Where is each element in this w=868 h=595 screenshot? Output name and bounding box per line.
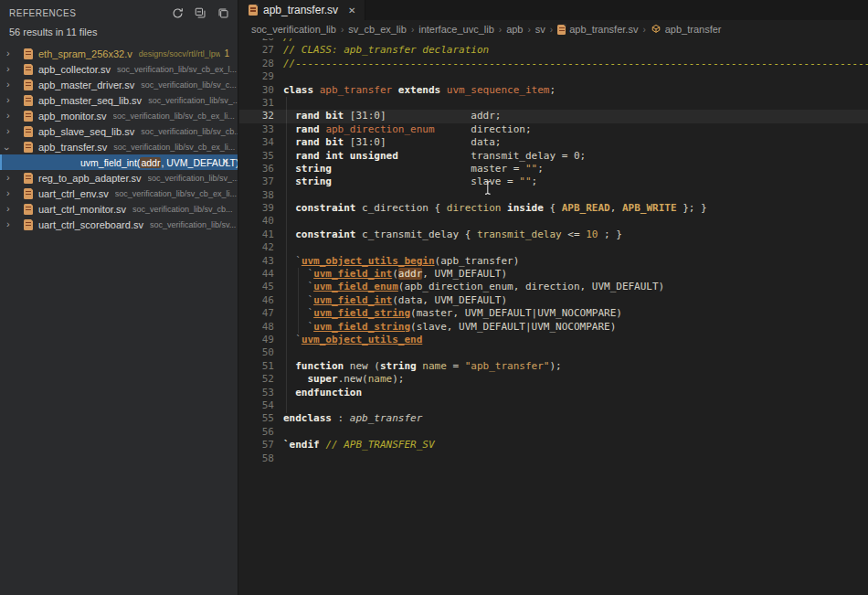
line-number[interactable]: 34	[239, 136, 283, 149]
code-text[interactable]: `uvm_object_utils_begin(apb_transfer)	[283, 255, 519, 268]
code-line[interactable]: 50	[239, 346, 868, 359]
line-number[interactable]: 44	[239, 268, 283, 281]
line-number[interactable]: 39	[239, 202, 283, 215]
code-text[interactable]: constraint c_transmit_delay { transmit_d…	[283, 228, 622, 241]
breadcrumb-item[interactable]: sv	[535, 24, 545, 35]
file-result-row[interactable]: ›apb_slave_seq_lib.svsoc_verification_li…	[0, 123, 238, 139]
line-number[interactable]: 30	[239, 84, 283, 97]
code-line[interactable]: 28//------------------------------------…	[239, 58, 868, 70]
line-number[interactable]: 55	[239, 412, 283, 425]
code-line[interactable]: 51 function new (string name = "apb_tran…	[239, 360, 868, 373]
chevron-right-icon[interactable]: ›	[0, 80, 19, 90]
line-number[interactable]: 57	[239, 439, 283, 452]
line-number[interactable]: 50	[239, 346, 283, 359]
code-line[interactable]: 44 `uvm_field_int(addr, UVM_DEFAULT)	[239, 268, 868, 281]
chevron-right-icon[interactable]: ›	[0, 48, 19, 58]
chevron-right-icon[interactable]: ›	[0, 188, 19, 198]
code-line[interactable]: 52 super.new(name);	[239, 373, 868, 386]
line-number[interactable]: 51	[239, 360, 283, 373]
line-number[interactable]: 38	[239, 189, 283, 202]
line-number[interactable]: 32	[239, 110, 283, 122]
line-number[interactable]: 40	[239, 215, 283, 228]
code-text[interactable]: string master = "";	[283, 163, 544, 175]
line-number[interactable]: 27	[239, 44, 283, 57]
line-number[interactable]: 28	[239, 58, 283, 70]
copy-results-icon[interactable]	[216, 5, 230, 20]
reference-item[interactable]: uvm_field_int(addr, UVM_DEFAULT)✕	[0, 154, 238, 170]
code-line[interactable]: 31	[239, 97, 868, 110]
breadcrumb-item[interactable]: apb	[506, 24, 523, 35]
code-line[interactable]: 47 `uvm_field_string(master, UVM_DEFAULT…	[239, 307, 868, 320]
file-result-row[interactable]: ›apb_transfer.svsoc_verification_lib/sv_…	[0, 139, 238, 154]
chevron-right-icon[interactable]: ›	[0, 64, 19, 74]
code-text[interactable]: rand bit [31:0] data;	[283, 136, 501, 149]
chevron-right-icon[interactable]: ›	[0, 111, 19, 121]
line-number[interactable]: 42	[239, 241, 283, 254]
code-line[interactable]: 46 `uvm_field_int(data, UVM_DEFAULT)	[239, 294, 868, 307]
line-number[interactable]: 48	[239, 321, 283, 334]
code-line[interactable]: 39 constraint c_direction { direction in…	[239, 202, 868, 215]
breadcrumb-item[interactable]: apb_transfer	[651, 23, 722, 36]
code-line[interactable]: 55endclass : apb_transfer	[239, 412, 868, 425]
line-number[interactable]: 29	[239, 70, 283, 83]
tab-apb-transfer[interactable]: apb_transfer.sv ✕	[239, 0, 365, 20]
line-number[interactable]: 49	[239, 334, 283, 346]
code-text[interactable]: `uvm_object_utils_end	[283, 334, 422, 346]
chevron-right-icon[interactable]: ›	[0, 173, 19, 183]
line-number[interactable]: 35	[239, 150, 283, 163]
code-text[interactable]: function new (string name = "apb_transfe…	[283, 360, 562, 373]
code-line[interactable]: 48 `uvm_field_string(slave, UVM_DEFAULT|…	[239, 321, 868, 334]
line-number[interactable]: 43	[239, 255, 283, 268]
code-line[interactable]: 49 `uvm_object_utils_end	[239, 334, 868, 346]
refresh-icon[interactable]	[170, 5, 185, 20]
code-text[interactable]: `uvm_field_int(addr, UVM_DEFAULT)	[283, 268, 507, 281]
code-text[interactable]: //--------------------------------------…	[283, 58, 868, 70]
line-number[interactable]: 52	[239, 373, 283, 386]
code-line[interactable]: 27// CLASS: apb_transfer declaration	[239, 44, 868, 57]
file-result-row[interactable]: ›uart_ctrl_env.svsoc_verification_lib/sv…	[0, 186, 238, 201]
file-result-row[interactable]: ›apb_monitor.svsoc_verification_lib/sv_c…	[0, 108, 238, 123]
code-line[interactable]: 36 string master = "";	[239, 163, 868, 175]
dismiss-icon[interactable]: ✕	[222, 156, 229, 166]
code-line[interactable]: 41 constraint c_transmit_delay { transmi…	[239, 228, 868, 241]
code-text[interactable]: endclass : apb_transfer	[283, 412, 422, 425]
code-text[interactable]: string slave = "";	[283, 175, 537, 188]
code-line[interactable]: 35 rand int unsigned transmit_delay = 0;	[239, 150, 868, 163]
code-line[interactable]: 40	[239, 215, 868, 228]
chevron-right-icon[interactable]: ›	[0, 95, 19, 105]
code-text[interactable]: rand int unsigned transmit_delay = 0;	[283, 150, 586, 163]
file-result-row[interactable]: ›reg_to_apb_adapter.svsoc_verification_l…	[0, 170, 238, 186]
code-text[interactable]: endfunction	[283, 387, 362, 399]
line-number[interactable]: 56	[239, 426, 283, 439]
code-line[interactable]: 58	[239, 452, 868, 465]
tab-close-icon[interactable]: ✕	[348, 5, 355, 16]
chevron-right-icon[interactable]: ›	[0, 219, 19, 229]
code-line[interactable]: 45 `uvm_field_enum(apb_direction_enum, d…	[239, 281, 868, 293]
code-line[interactable]: 34 rand bit [31:0] data;	[239, 136, 868, 149]
code-line[interactable]: 53 endfunction	[239, 387, 868, 399]
code-text[interactable]: // CLASS: apb_transfer declaration	[283, 44, 489, 57]
code-text[interactable]: rand bit [31:0] addr;	[283, 110, 501, 122]
code-line[interactable]: 37 string slave = "";	[239, 175, 868, 188]
code-line[interactable]: 42	[239, 241, 868, 254]
code-line[interactable]: 30class apb_transfer extends uvm_sequenc…	[239, 84, 868, 97]
breadcrumb-item[interactable]: sv_cb_ex_lib	[348, 24, 407, 35]
line-number[interactable]: 53	[239, 387, 283, 399]
code-line[interactable]: 54	[239, 399, 868, 412]
line-number[interactable]: 41	[239, 228, 283, 241]
file-result-row[interactable]: ›apb_collector.svsoc_verification_lib/sv…	[0, 61, 238, 77]
file-result-row[interactable]: ›apb_master_seq_lib.svsoc_verification_l…	[0, 92, 238, 108]
code-text[interactable]: `uvm_field_int(data, UVM_DEFAULT)	[283, 294, 507, 307]
code-text[interactable]: class apb_transfer extends uvm_sequence_…	[283, 84, 556, 97]
code-line[interactable]: 29	[239, 70, 868, 83]
chevron-down-icon[interactable]: ›	[2, 141, 12, 154]
breadcrumb-item[interactable]: apb_transfer.sv	[557, 24, 638, 35]
code-text[interactable]: `endif // APB_TRANSFER_SV	[283, 439, 435, 452]
file-result-row[interactable]: ›uart_ctrl_scoreboard.svsoc_verification…	[0, 217, 238, 232]
code-line[interactable]: 38	[239, 189, 868, 202]
code-text[interactable]: `uvm_field_enum(apb_direction_enum, dire…	[283, 281, 664, 293]
code-line[interactable]: 32 rand bit [31:0] addr;	[239, 110, 868, 122]
line-number[interactable]: 54	[239, 399, 283, 412]
code-text[interactable]: constraint c_direction { direction insid…	[283, 202, 707, 215]
code-text[interactable]: `uvm_field_string(slave, UVM_DEFAULT|UVM…	[283, 321, 616, 334]
